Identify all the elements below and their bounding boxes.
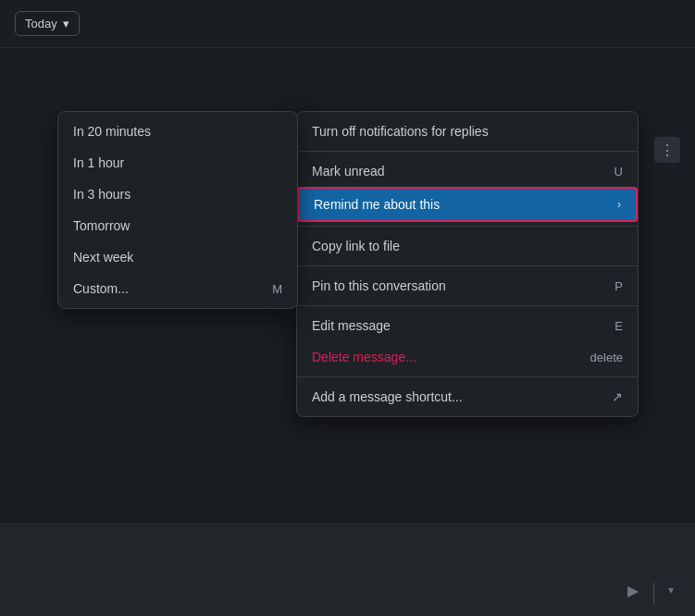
- delete-message-label: Delete message...: [312, 350, 416, 364]
- turn-off-notifications-label: Turn off notifications for replies: [312, 124, 489, 139]
- menu-item-copy-link[interactable]: Copy link to file: [297, 230, 638, 262]
- menu-item-edit-message[interactable]: Edit message E: [297, 310, 638, 341]
- remind-submenu: In 20 minutes In 1 hour In 3 hours Tomor…: [57, 111, 298, 309]
- remind-tomorrow-label: Tomorrow: [73, 218, 130, 233]
- add-shortcut-label: Add a message shortcut...: [312, 389, 463, 404]
- menu-item-add-shortcut[interactable]: Add a message shortcut... ↗: [297, 381, 638, 413]
- remind-1-hour[interactable]: In 1 hour: [58, 147, 297, 179]
- context-menu: Turn off notifications for replies Mark …: [296, 111, 639, 417]
- remind-custom-label: Custom...: [73, 281, 129, 296]
- top-bar: Today ▾: [0, 0, 695, 48]
- menu-item-turn-off-notifications[interactable]: Turn off notifications for replies: [297, 116, 638, 147]
- remind-next-week[interactable]: Next week: [58, 241, 297, 273]
- menu-divider-3: [297, 265, 638, 266]
- edit-message-shortcut: E: [614, 319, 623, 333]
- bottom-bar: ▶ ▾: [0, 524, 695, 616]
- chevron-right-icon: ›: [617, 198, 621, 211]
- delete-message-shortcut: delete: [590, 351, 623, 364]
- send-chevron-icon: ▾: [668, 584, 674, 597]
- menu-divider-4: [297, 305, 638, 306]
- remind-tomorrow[interactable]: Tomorrow: [58, 210, 297, 241]
- remind-20-minutes[interactable]: In 20 minutes: [58, 116, 297, 147]
- menu-item-pin-conversation[interactable]: Pin to this conversation P: [297, 270, 638, 302]
- chevron-down-icon: ▾: [63, 17, 69, 31]
- add-shortcut-icon: ↗: [612, 389, 623, 404]
- send-divider: [653, 583, 654, 605]
- pin-conversation-shortcut: P: [614, 279, 623, 293]
- edit-message-label: Edit message: [312, 318, 391, 333]
- menu-divider-5: [297, 376, 638, 377]
- send-button[interactable]: ▶: [618, 575, 648, 605]
- menu-divider-1: [297, 151, 638, 152]
- send-options-button[interactable]: ▾: [660, 575, 682, 605]
- three-dot-button[interactable]: ⋮: [654, 137, 680, 163]
- send-icon: ▶: [627, 582, 639, 599]
- remind-me-label: Remind me about this: [314, 197, 440, 212]
- menu-item-delete-message[interactable]: Delete message... delete: [297, 341, 638, 373]
- remind-1-hour-label: In 1 hour: [73, 155, 124, 170]
- three-dot-icon: ⋮: [660, 142, 675, 159]
- remind-3-hours[interactable]: In 3 hours: [58, 179, 297, 210]
- menu-item-remind-me[interactable]: Remind me about this ›: [297, 187, 638, 222]
- mark-unread-shortcut: U: [614, 165, 623, 179]
- mark-unread-label: Mark unread: [312, 164, 385, 179]
- pin-conversation-label: Pin to this conversation: [312, 278, 446, 293]
- remind-20-minutes-label: In 20 minutes: [73, 124, 151, 139]
- today-label: Today: [25, 17, 57, 31]
- menu-item-mark-unread[interactable]: Mark unread U: [297, 155, 638, 187]
- remind-custom-shortcut: M: [272, 282, 282, 296]
- remind-3-hours-label: In 3 hours: [73, 187, 130, 202]
- menu-divider-2: [297, 226, 638, 227]
- remind-custom[interactable]: Custom... M: [58, 273, 297, 304]
- today-button[interactable]: Today ▾: [15, 11, 80, 36]
- copy-link-label: Copy link to file: [312, 239, 400, 253]
- remind-next-week-label: Next week: [73, 250, 133, 265]
